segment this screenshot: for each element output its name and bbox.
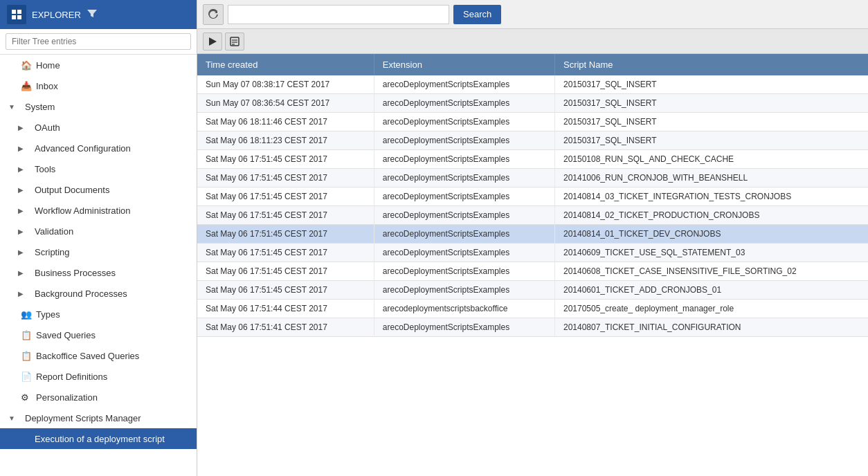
sidebar-item-validation[interactable]: ▶Validation [0,221,197,241]
icon-inbox: 📥 [21,81,32,91]
icon-personalization: ⚙ [21,392,32,403]
sidebar-item-workflow-admin[interactable]: ▶Workflow Administration [0,200,197,221]
icon-home: 🏠 [21,60,32,71]
label-backoffice-saved-queries: Backoffice Saved Queries [36,351,191,361]
arrow-advanced-config: ▶ [18,145,28,152]
cell-extension-9: arecoDeploymentScriptsExamples [374,244,554,262]
icon-saved-queries: 📋 [21,330,32,340]
sidebar-item-business-processes[interactable]: ▶Business Processes [0,262,197,283]
cell-script-7: 20140814_02_TICKET_PRODUCTION_CRONJOBS [554,206,868,225]
sidebar-item-home[interactable]: 🏠Home [0,55,197,75]
cell-script-6: 20140814_03_TICKET_INTEGRATION_TESTS_CRO… [554,187,868,206]
table-row[interactable]: Sat May 06 17:51:45 CEST 2017arecoDeploy… [197,244,868,262]
table-row[interactable]: Sat May 06 17:51:44 CEST 2017arecodeploy… [197,300,868,318]
sidebar-item-background-processes[interactable]: ▶Background Processes [0,283,197,304]
cell-extension-0: arecoDeploymentScriptsExamples [374,75,554,94]
cell-script-9: 20140609_TICKET_USE_SQL_STATEMENT_03 [554,244,868,262]
filter-input-container [0,29,197,55]
svg-marker-4 [209,37,217,46]
sidebar-item-backoffice-saved-queries[interactable]: 📋Backoffice Saved Queries [0,345,197,366]
cell-time-11: Sat May 06 17:51:45 CEST 2017 [197,281,374,300]
sidebar-item-deployment-scripts[interactable]: ▼Deployment Scripts Manager [0,408,197,428]
cell-extension-12: arecodeploymentscriptsbackoffice [374,300,554,318]
cell-script-2: 20150317_SQL_INSERT [554,113,868,131]
table-header-row: Time created Extension Script Name [197,54,868,75]
label-workflow-admin: Workflow Administration [35,205,191,216]
label-validation: Validation [35,226,191,237]
table-row[interactable]: Sat May 06 17:51:45 CEST 2017arecoDeploy… [197,169,868,187]
label-saved-queries: Saved Queries [36,330,191,340]
sidebar-title: EXPLORER [32,10,81,20]
sidebar-item-system[interactable]: ▼System [0,96,197,117]
sidebar-item-output-docs[interactable]: ▶Output Documents [0,179,197,200]
results-table: Time created Extension Script Name Sun M… [197,54,868,337]
arrow-validation: ▶ [18,228,28,235]
table-row[interactable]: Sat May 06 17:51:45 CEST 2017arecoDeploy… [197,187,868,206]
cell-extension-1: arecoDeploymentScriptsExamples [374,94,554,113]
table-row[interactable]: Sat May 06 18:11:23 CEST 2017arecoDeploy… [197,131,868,150]
search-toolbar: Search [197,0,868,29]
cell-time-6: Sat May 06 17:51:45 CEST 2017 [197,187,374,206]
cell-script-4: 20150108_RUN_SQL_AND_CHECK_CACHE [554,150,868,169]
table-row[interactable]: Sun May 07 08:38:17 CEST 2017arecoDeploy… [197,75,868,94]
cell-script-0: 20150317_SQL_INSERT [554,75,868,94]
run-button[interactable] [203,33,222,51]
label-advanced-config: Advanced Configuration [35,143,191,154]
cell-time-0: Sun May 07 08:38:17 CEST 2017 [197,75,374,94]
search-input[interactable] [228,5,449,24]
sidebar-item-report-definitions[interactable]: 📄Report Definitions [0,366,197,387]
sidebar-item-oauth[interactable]: ▶OAuth [0,117,197,138]
cell-time-5: Sat May 06 17:51:45 CEST 2017 [197,169,374,187]
table-row[interactable]: Sat May 06 18:11:46 CEST 2017arecoDeploy… [197,113,868,131]
sidebar-item-tools[interactable]: ▶Tools [0,158,197,179]
script-manager-button[interactable] [225,33,244,51]
cell-script-1: 20150317_SQL_INSERT [554,94,868,113]
sidebar-item-personalization[interactable]: ⚙Personalization [0,387,197,408]
sidebar-item-saved-queries[interactable]: 📋Saved Queries [0,324,197,345]
sidebar-item-advanced-config[interactable]: ▶Advanced Configuration [0,138,197,158]
table-row[interactable]: Sun May 07 08:36:54 CEST 2017arecoDeploy… [197,94,868,113]
label-tools: Tools [35,164,191,174]
refresh-button[interactable] [203,4,224,25]
table-row[interactable]: Sat May 06 17:51:41 CEST 2017arecoDeploy… [197,318,868,337]
cell-extension-6: arecoDeploymentScriptsExamples [374,187,554,206]
cell-time-10: Sat May 06 17:51:45 CEST 2017 [197,262,374,281]
table-row[interactable]: Sat May 06 17:51:45 CEST 2017arecoDeploy… [197,150,868,169]
table-row[interactable]: Sat May 06 17:51:45 CEST 2017arecoDeploy… [197,206,868,225]
label-scripting: Scripting [35,247,191,257]
table-row[interactable]: Sat May 06 17:51:45 CEST 2017arecoDeploy… [197,225,868,244]
table-row[interactable]: Sat May 06 17:51:45 CEST 2017arecoDeploy… [197,262,868,281]
cell-extension-7: arecoDeploymentScriptsExamples [374,206,554,225]
search-button[interactable]: Search [453,5,501,24]
sidebar-item-types[interactable]: 👥Types [0,304,197,324]
cell-extension-5: arecoDeploymentScriptsExamples [374,169,554,187]
arrow-output-docs: ▶ [18,186,28,194]
arrow-system: ▼ [8,103,18,111]
label-home: Home [36,60,191,71]
cell-script-8: 20140814_01_TICKET_DEV_CRONJOBS [554,225,868,244]
cell-time-7: Sat May 06 17:51:45 CEST 2017 [197,206,374,225]
cell-time-8: Sat May 06 17:51:45 CEST 2017 [197,225,374,244]
cell-script-3: 20150317_SQL_INSERT [554,131,868,150]
filter-icon[interactable] [87,8,98,21]
label-report-definitions: Report Definitions [36,372,191,382]
sidebar-item-inbox[interactable]: 📥Inbox [0,75,197,96]
sidebar-item-execution-deployment[interactable]: Execution of a deployment script [0,428,197,449]
cell-time-4: Sat May 06 17:51:45 CEST 2017 [197,150,374,169]
sidebar-header: EXPLORER [0,0,197,29]
filter-input[interactable] [6,33,191,50]
col-extension: Extension [374,54,554,75]
label-inbox: Inbox [36,81,191,91]
table-body: Sun May 07 08:38:17 CEST 2017arecoDeploy… [197,75,868,337]
arrow-tools: ▶ [18,165,28,173]
table-row[interactable]: Sat May 06 17:51:45 CEST 2017arecoDeploy… [197,281,868,300]
icon-types: 👥 [21,309,32,320]
cell-script-11: 20140601_TICKET_ADD_CRONJOBS_01 [554,281,868,300]
arrow-business-processes: ▶ [18,269,28,277]
action-toolbar [197,29,868,54]
icon-report-definitions: 📄 [21,372,32,382]
sidebar-item-scripting[interactable]: ▶Scripting [0,241,197,262]
arrow-background-processes: ▶ [18,290,28,298]
cell-extension-13: arecoDeploymentScriptsExamples [374,318,554,337]
label-system: System [25,102,191,112]
